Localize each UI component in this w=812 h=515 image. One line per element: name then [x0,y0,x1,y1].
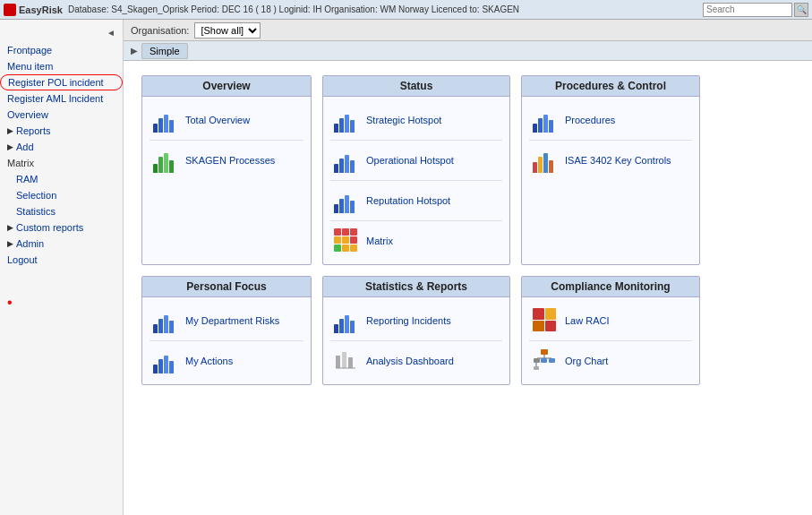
procedures-icon [533,107,558,133]
procedures-label: Procedures [565,115,615,125]
sidebar-item-menuitem[interactable]: Menu item [0,58,123,74]
matrix-label: Matrix [366,236,393,246]
svg-rect-8 [541,358,547,363]
separator [330,340,502,341]
sidebar-item-statistics[interactable]: Statistics [0,203,123,219]
card-item-total-overview[interactable]: Total Overview [150,102,303,138]
card-compliance-body: Law RACI [522,297,699,384]
sidebar-label-register-aml: Register AML Incident [7,93,103,104]
card-item-strategic-hotspot[interactable]: Strategic Hotspot [330,102,502,138]
reputation-hotspot-label: Reputation Hotspot [366,195,450,206]
sidebar-item-add[interactable]: ▶ Add [0,139,123,155]
card-item-skagen-processes[interactable]: SKAGEN Processes [150,142,303,178]
my-actions-label: My Actions [185,356,233,366]
org-bar: Organisation: [Show all] [124,20,812,41]
separator [529,340,692,341]
sidebar-item-logout[interactable]: Logout [0,252,123,268]
sidebar-label-ram: RAM [16,174,38,185]
sidebar-label-selection: Selection [16,190,56,201]
search-area: 🔍 [703,3,808,17]
reporting-incidents-label: Reporting Incidents [366,315,451,326]
card-procedures-body: Procedures ISAE 3402 Key Controls [522,97,699,184]
sidebar-item-register-aml[interactable]: Register AML Incident [0,90,123,107]
sidebar-label-matrix: Matrix [7,158,34,168]
sidebar-item-frontpage[interactable]: Frontpage [0,42,123,58]
card-personal-header: Personal Focus [142,277,311,297]
sidebar-label-reports: Reports [16,125,51,136]
card-item-reporting-incidents[interactable]: Reporting Incidents [330,303,502,339]
sidebar-item-ram[interactable]: RAM [0,171,123,187]
sidebar-collapse-button[interactable]: ◄ [103,25,119,40]
operational-hotspot-label: Operational Hotspot [366,155,454,166]
tab-simple[interactable]: Simple [141,43,188,59]
operational-hotspot-icon [334,148,359,173]
sidebar-item-overview[interactable]: Overview [0,107,123,123]
svg-rect-7 [534,358,540,363]
tab-arrow-icon: ▶ [131,46,138,56]
reports-arrow-icon: ▶ [7,126,13,135]
sidebar-label-menuitem: Menu item [7,61,53,72]
sidebar-label-register-pol: Register POL incident [8,77,104,88]
card-item-my-actions[interactable]: My Actions [150,343,303,379]
card-overview-header: Overview [142,76,311,97]
my-actions-icon [153,348,178,373]
card-stats-header: Statistics & Reports [323,277,509,297]
card-item-operational-hotspot[interactable]: Operational Hotspot [330,142,502,178]
analysis-dashboard-label: Analysis Dashboard [366,356,454,366]
tab-simple-label: Simple [150,46,180,56]
total-overview-icon [153,107,178,133]
svg-rect-1 [342,352,346,368]
card-stats-body: Reporting Incidents [323,297,509,384]
collapse-arrow-icon: ◄ [107,28,115,38]
total-overview-label: Total Overview [185,115,250,125]
admin-arrow-icon: ▶ [7,239,13,248]
main-layout: ◄ Frontpage Menu item Register POL incid… [0,20,812,515]
reputation-hotspot-icon [334,188,359,213]
card-item-my-dept-risks[interactable]: My Department Risks [150,303,303,339]
card-overview-body: Total Overview SKAGEN Processes [142,97,311,184]
sidebar-item-admin[interactable]: ▶ Admin [0,236,123,252]
sidebar-label-admin: Admin [16,238,44,249]
sidebar-item-selection[interactable]: Selection [0,187,123,203]
reporting-incidents-icon [334,308,359,333]
org-select[interactable]: [Show all] [194,22,261,39]
app-logo: EasyRisk [4,4,63,16]
sidebar-item-reports[interactable]: ▶ Reports [0,123,123,139]
search-input[interactable] [703,3,792,17]
my-dept-risks-label: My Department Risks [185,315,279,326]
dashboard-row-1: Overview Total Overview [141,75,794,265]
db-info: Database: S4_Skagen_Oprisk Period: DEC 1… [68,4,697,14]
search-button[interactable]: 🔍 [794,3,808,17]
card-compliance-header: Compliance Monitoring [522,277,699,297]
card-item-matrix[interactable]: Matrix [330,223,502,259]
org-chart-icon [533,348,558,373]
card-item-reputation-hotspot[interactable]: Reputation Hotspot [330,183,502,219]
card-item-procedures[interactable]: Procedures [529,102,692,138]
my-dept-risks-icon [153,308,178,333]
sidebar-item-custom-reports[interactable]: ▶ Custom reports [0,219,123,236]
card-overview: Overview Total Overview [141,75,312,265]
tab-bar: ▶ Simple [124,41,812,61]
analysis-dashboard-icon [334,348,359,373]
app-name: EasyRisk [19,4,63,15]
svg-rect-4 [541,349,548,355]
card-item-analysis-dashboard[interactable]: Analysis Dashboard [330,343,502,379]
card-stats: Statistics & Reports Reporting Incidents [322,276,510,385]
svg-rect-11 [534,366,539,370]
card-procedures: Procedures & Control Procedures [521,75,700,265]
sidebar: ◄ Frontpage Menu item Register POL incid… [0,20,124,515]
card-item-law-raci[interactable]: Law RACI [529,303,692,339]
separator [150,140,303,141]
card-item-org-chart[interactable]: Org Chart [529,343,692,379]
sidebar-label-logout: Logout [7,254,38,265]
svg-rect-0 [336,356,340,368]
card-status: Status Strategic Hotspot [322,75,510,265]
red-dot-indicator: • [0,295,123,311]
sidebar-label-overview: Overview [7,109,48,120]
custom-reports-arrow-icon: ▶ [7,223,13,232]
sidebar-item-register-pol[interactable]: Register POL incident [0,74,123,90]
svg-rect-2 [348,357,353,368]
card-procedures-header: Procedures & Control [522,76,699,97]
card-item-isae-3402[interactable]: ISAE 3402 Key Controls [529,142,692,178]
separator [330,180,502,181]
